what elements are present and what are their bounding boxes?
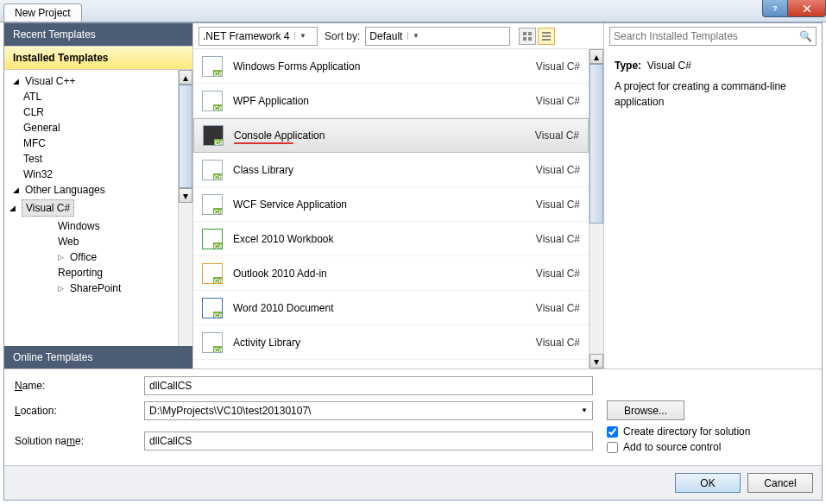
tree-node-other-lang[interactable]: ◢Other Languages (4, 182, 192, 198)
tree-node-vcs-wrap[interactable]: ◢ Visual C# (4, 198, 192, 218)
location-label: Location: (15, 405, 137, 417)
tree-node-reporting[interactable]: Reporting (4, 265, 192, 280)
template-name: Windows Forms Application (233, 60, 536, 72)
svg-rect-1 (523, 32, 526, 35)
tree-node-office[interactable]: ▷Office (4, 249, 192, 265)
close-button[interactable] (787, 0, 826, 17)
list-scrollbar[interactable]: ▴ ▾ (589, 49, 603, 369)
button-bar: OK Cancel (4, 465, 822, 500)
svg-rect-3 (523, 37, 526, 41)
template-row[interactable]: C# Activity Library Visual C# (193, 325, 589, 360)
recent-templates-header[interactable]: Recent Templates (4, 23, 192, 46)
cancel-button[interactable]: Cancel (747, 473, 813, 493)
tree-node-win32[interactable]: Win32 (4, 167, 192, 182)
online-templates-header[interactable]: Online Templates (4, 346, 192, 369)
tree-node-vcpp[interactable]: ◢Visual C++ (4, 73, 192, 89)
ok-button[interactable]: OK (675, 473, 741, 493)
tree-scrollbar[interactable]: ▴ ▾ (178, 70, 192, 346)
search-icon[interactable]: 🔍 (799, 30, 812, 42)
template-lang: Visual C# (536, 337, 580, 349)
scroll-up-button[interactable]: ▴ (590, 49, 603, 64)
template-lang: Visual C# (536, 198, 580, 211)
scroll-thumb[interactable] (179, 85, 192, 188)
template-row[interactable]: C# Excel 2010 Workbook Visual C# (193, 222, 589, 256)
templates-tree: ◢Visual C++ ATL CLR General MFC Test Win… (4, 70, 192, 346)
template-name: Outlook 2010 Add-in (233, 268, 536, 280)
template-row[interactable]: C# Outlook 2010 Add-in Visual C# (193, 256, 589, 291)
tree-node-clr[interactable]: CLR (4, 104, 192, 120)
installed-templates-header[interactable]: Installed Templates (4, 46, 192, 70)
template-list: C# Windows Forms Application Visual C# C… (193, 49, 589, 369)
search-box[interactable]: 🔍 (609, 27, 817, 46)
template-row[interactable]: C# WCF Service Application Visual C# (193, 187, 589, 222)
template-row[interactable]: C# Class Library Visual C# (193, 153, 589, 187)
template-lang: Visual C# (536, 302, 580, 314)
template-name: Console Application (234, 129, 535, 142)
tree-node-general[interactable]: General (4, 120, 192, 135)
help-button[interactable]: ? (762, 0, 788, 17)
tree-node-test[interactable]: Test (4, 151, 192, 167)
name-input[interactable] (144, 376, 593, 395)
chevron-right-icon: ▷ (58, 253, 66, 261)
tree-node-atl[interactable]: ATL (4, 89, 192, 104)
svg-rect-7 (542, 39, 551, 41)
svg-rect-2 (528, 32, 532, 35)
template-icon: C# (202, 56, 223, 77)
sortby-value: Default (369, 30, 402, 42)
right-panel: 🔍 Type: Visual C# A project for creating… (604, 23, 822, 369)
chevron-right-icon: ▷ (58, 284, 66, 293)
template-icon: C# (202, 332, 223, 353)
tree-node-sharepoint[interactable]: ▷SharePoint (4, 280, 192, 296)
template-row[interactable]: C# WPF Application Visual C# (193, 84, 589, 118)
type-label: Type: (615, 60, 641, 72)
source-control-checkbox[interactable] (607, 442, 618, 453)
template-icon: C# (202, 263, 223, 284)
chevron-down-icon: ▼ (294, 32, 306, 40)
framework-dropdown[interactable]: .NET Framework 4 ▼ (199, 27, 318, 46)
search-input[interactable] (614, 30, 799, 42)
template-lang: Visual C# (535, 129, 579, 142)
scroll-up-button[interactable]: ▴ (179, 70, 192, 85)
browse-button[interactable]: Browse... (607, 400, 684, 420)
template-name: Excel 2010 Workbook (233, 233, 536, 245)
scroll-down-button[interactable]: ▾ (590, 354, 603, 369)
create-directory-checkbox[interactable] (607, 426, 618, 438)
view-medium-icons-button[interactable] (519, 28, 536, 45)
solution-name-label: Solution name: (15, 435, 137, 447)
name-label: Name: (15, 380, 137, 392)
template-row[interactable]: C# Windows Forms Application Visual C# (193, 49, 589, 84)
tree-node-mfc[interactable]: MFC (4, 135, 192, 151)
template-row-selected[interactable]: C# Console Application Visual C# (193, 118, 589, 153)
view-small-icons-button[interactable] (538, 28, 555, 45)
framework-value: .NET Framework 4 (203, 30, 289, 42)
chevron-down-icon: ▼ (581, 406, 588, 414)
tree-node-windows[interactable]: Windows (4, 218, 192, 234)
template-lang: Visual C# (536, 233, 580, 245)
type-value: Visual C# (647, 60, 691, 72)
chevron-down-icon: ◢ (9, 204, 18, 212)
template-name: WPF Application (233, 95, 536, 107)
dialog-body: Recent Templates Installed Templates ◢Vi… (3, 22, 823, 501)
location-dropdown[interactable]: D:\MyProjects\VC10\test20130107\ ▼ (144, 401, 593, 420)
template-icon: C# (202, 160, 223, 180)
svg-rect-4 (528, 37, 532, 41)
chevron-down-icon: ◢ (13, 77, 22, 85)
left-panel: Recent Templates Installed Templates ◢Vi… (4, 23, 193, 369)
form-area: Name: Location: D:\MyProjects\VC10\test2… (4, 369, 822, 465)
window-title: New Project (3, 3, 82, 22)
scroll-thumb[interactable] (590, 64, 603, 224)
template-icon: C# (203, 125, 224, 146)
description-panel: Type: Visual C# A project for creating a… (604, 49, 822, 118)
tree-node-web[interactable]: Web (4, 234, 192, 249)
template-name: Class Library (233, 164, 536, 176)
solution-name-input[interactable] (144, 432, 593, 450)
chevron-down-icon: ▼ (407, 32, 419, 40)
middle-panel: .NET Framework 4 ▼ Sort by: Default ▼ C# (193, 23, 604, 369)
scroll-down-button[interactable]: ▾ (179, 188, 192, 203)
template-row[interactable]: C# Word 2010 Document Visual C# (193, 291, 589, 325)
tree-node-vcs[interactable]: Visual C# (22, 199, 74, 217)
sortby-dropdown[interactable]: Default ▼ (365, 27, 510, 46)
template-lang: Visual C# (536, 60, 580, 72)
template-lang: Visual C# (536, 164, 580, 176)
create-directory-label: Create directory for solution (623, 425, 750, 438)
